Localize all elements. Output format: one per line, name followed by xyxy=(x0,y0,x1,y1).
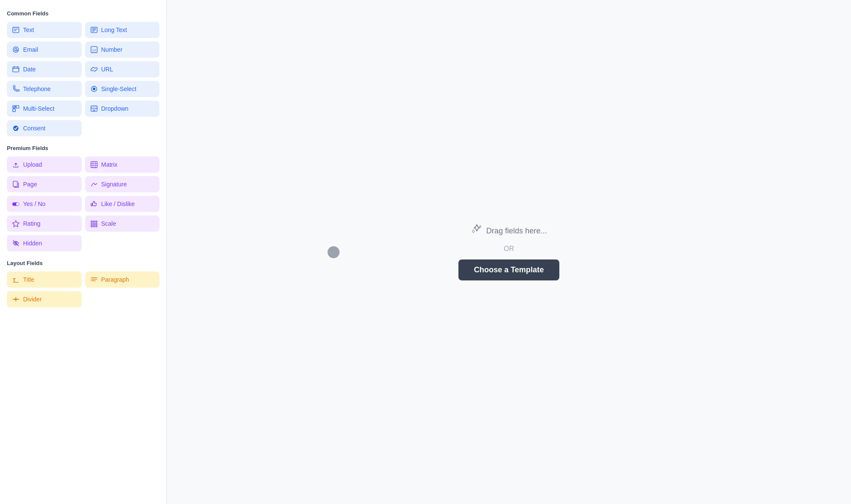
drop-zone: Drag fields here... OR Choose a Template xyxy=(458,224,559,280)
svg-point-37 xyxy=(93,223,95,225)
sparkle-icon xyxy=(471,224,483,238)
field-date-label: Date xyxy=(23,66,36,73)
field-telephone-label: Telephone xyxy=(23,85,51,92)
choose-template-button[interactable]: Choose a Template xyxy=(458,259,559,280)
svg-point-36 xyxy=(91,223,92,225)
title-icon: T xyxy=(12,276,20,283)
svg-point-38 xyxy=(95,223,97,225)
svg-point-33 xyxy=(91,221,92,223)
svg-point-41 xyxy=(95,226,97,227)
field-hidden[interactable]: Hidden xyxy=(7,235,82,251)
svg-point-34 xyxy=(93,221,95,223)
hidden-icon xyxy=(12,239,20,247)
field-long-text[interactable]: Long Text xyxy=(85,22,160,38)
field-single-select[interactable]: Single-Select xyxy=(85,81,160,97)
common-fields-title: Common Fields xyxy=(7,10,160,17)
svg-marker-32 xyxy=(12,221,19,227)
dropdown-icon xyxy=(90,105,98,112)
field-dropdown-label: Dropdown xyxy=(101,105,129,112)
field-date[interactable]: Date xyxy=(7,61,82,77)
common-fields-grid: Text Long Text Em xyxy=(7,22,160,136)
layout-fields-grid: T Title Paragraph xyxy=(7,271,160,307)
matrix-icon xyxy=(90,161,98,168)
svg-rect-0 xyxy=(13,27,19,33)
field-email[interactable]: Email xyxy=(7,41,82,58)
field-like-dislike-label: Like / Dislike xyxy=(101,200,135,207)
drag-hint: Drag fields here... xyxy=(471,224,547,238)
or-text: OR xyxy=(504,245,514,253)
svg-rect-31 xyxy=(91,203,92,206)
svg-point-16 xyxy=(92,88,95,90)
field-yes-no[interactable]: Yes / No xyxy=(7,196,82,212)
field-multi-select-label: Multi-Select xyxy=(23,105,54,112)
field-long-text-label: Long Text xyxy=(101,27,127,33)
paragraph-icon xyxy=(90,276,98,283)
field-divider-label: Divider xyxy=(23,296,42,303)
long-text-icon xyxy=(90,26,98,34)
drag-hint-text: Drag fields here... xyxy=(486,227,547,236)
yes-no-icon xyxy=(12,200,20,208)
date-icon xyxy=(12,65,20,73)
field-matrix-label: Matrix xyxy=(101,161,118,168)
svg-point-50 xyxy=(15,298,17,301)
field-paragraph[interactable]: Paragraph xyxy=(85,271,160,288)
field-yes-no-label: Yes / No xyxy=(23,200,45,207)
field-scale[interactable]: Scale xyxy=(85,215,160,232)
field-signature-label: Signature xyxy=(101,181,127,188)
rating-icon xyxy=(12,220,20,227)
field-hidden-label: Hidden xyxy=(23,240,42,247)
field-telephone[interactable]: Telephone xyxy=(7,81,82,97)
sidebar-resize-handle[interactable] xyxy=(328,246,340,258)
scale-icon xyxy=(90,220,98,227)
premium-fields-grid: Upload Matrix xyxy=(7,156,160,251)
svg-rect-23 xyxy=(91,162,97,168)
signature-icon xyxy=(90,180,98,188)
svg-point-39 xyxy=(91,226,92,227)
svg-point-7 xyxy=(13,47,19,53)
svg-rect-19 xyxy=(13,109,15,112)
premium-fields-title: Premium Fields xyxy=(7,145,160,151)
main-drop-area: Drag fields here... OR Choose a Template xyxy=(167,0,851,504)
field-rating[interactable]: Rating xyxy=(7,215,82,232)
field-signature[interactable]: Signature xyxy=(85,176,160,192)
field-rating-label: Rating xyxy=(23,220,40,227)
field-page-label: Page xyxy=(23,181,37,188)
field-url-label: URL xyxy=(101,66,113,73)
field-text[interactable]: Text xyxy=(7,22,82,38)
svg-text:T: T xyxy=(13,277,16,283)
number-icon: 12 xyxy=(90,46,98,53)
field-matrix[interactable]: Matrix xyxy=(85,156,160,173)
field-number[interactable]: 12 Number xyxy=(85,41,160,58)
single-select-icon xyxy=(90,85,98,93)
field-multi-select[interactable]: Multi-Select xyxy=(7,100,82,117)
url-icon xyxy=(90,65,98,73)
field-url[interactable]: URL xyxy=(85,61,160,77)
field-divider[interactable]: Divider xyxy=(7,291,82,307)
text-icon xyxy=(12,26,20,34)
svg-rect-28 xyxy=(13,181,18,187)
divider-icon xyxy=(12,295,20,303)
svg-point-8 xyxy=(15,48,17,50)
consent-icon xyxy=(12,124,20,132)
page-icon xyxy=(12,180,20,188)
multi-select-icon xyxy=(12,105,20,112)
layout-fields-title: Layout Fields xyxy=(7,260,160,266)
field-dropdown[interactable]: Dropdown xyxy=(85,100,160,117)
field-number-label: Number xyxy=(101,46,123,53)
field-upload[interactable]: Upload xyxy=(7,156,82,173)
field-like-dislike[interactable]: Like / Dislike xyxy=(85,196,160,212)
field-paragraph-label: Paragraph xyxy=(101,276,129,283)
field-title[interactable]: T Title xyxy=(7,271,82,288)
field-text-label: Text xyxy=(23,27,34,33)
field-consent-label: Consent xyxy=(23,125,45,132)
svg-point-40 xyxy=(93,226,95,227)
svg-point-35 xyxy=(95,221,97,223)
field-consent[interactable]: Consent xyxy=(7,120,82,136)
field-scale-label: Scale xyxy=(101,220,116,227)
field-single-select-label: Single-Select xyxy=(101,85,137,92)
email-icon xyxy=(12,46,20,53)
telephone-icon xyxy=(12,85,20,93)
field-upload-label: Upload xyxy=(23,161,42,168)
field-title-label: Title xyxy=(23,276,34,283)
field-page[interactable]: Page xyxy=(7,176,82,192)
